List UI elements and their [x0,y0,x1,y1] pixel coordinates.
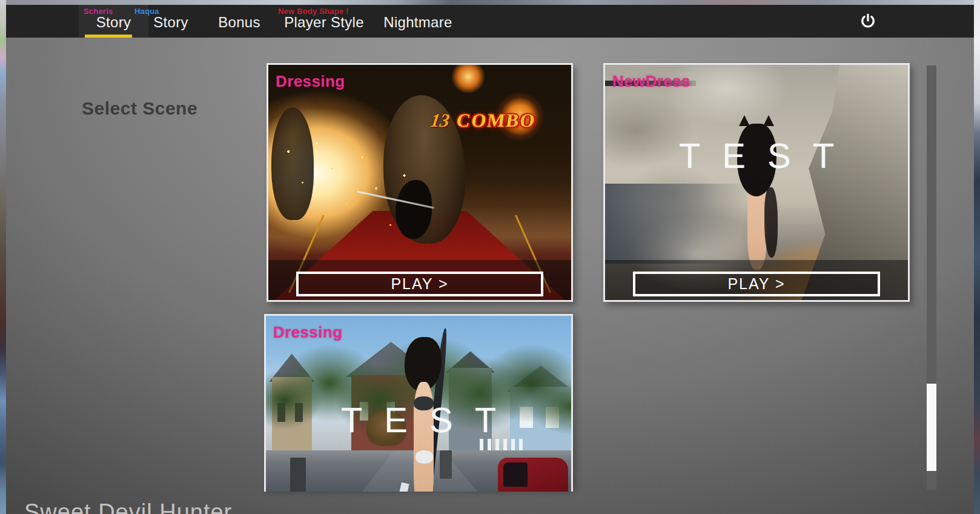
combo-count: 13 [429,110,451,132]
card-title: Dressing [273,323,342,342]
scene-card-dressing-combat[interactable]: Dressing 13 COMBO PLAY > [267,63,573,302]
hero-outfit-bottom [416,450,433,463]
lane-marking [399,482,409,492]
active-tab-underline [85,35,132,38]
tab-label: Bonus [200,14,279,31]
hero-outfit-drape [764,187,778,258]
background-edge-right [974,0,980,514]
trash-bin [440,450,452,479]
power-icon [860,13,876,29]
card-title: NewDress [612,72,690,91]
background-edge-left [0,0,6,514]
combo-badge: 13 COMBO [429,110,537,132]
tab-label: Nightmare [372,14,463,31]
page-title: Select Scene [82,98,197,119]
tab-player-style[interactable]: New Body Shape ! Player Style [273,5,376,38]
power-button[interactable] [851,5,885,38]
combo-label: COMBO [455,110,537,132]
play-button[interactable]: PLAY > [633,272,880,296]
scrollbar-track[interactable] [927,65,936,490]
nav-bar: Scheris Story Haqua Story Bonus New Body… [6,5,974,38]
card-title: Dressing [276,72,345,91]
app-window: Scheris Story Haqua Story Bonus New Body… [6,5,974,514]
scene-card-newdress[interactable]: NewDress TEST PLAY > [603,63,910,302]
trash-bin [290,458,305,492]
scrollbar-thumb[interactable] [927,384,936,471]
play-button[interactable]: PLAY > [296,272,543,296]
scene-card-dressing-street[interactable]: TEST Dressing [264,314,573,492]
footer-game-title: Sweet Devil Hunter [24,499,232,514]
red-car [498,458,568,492]
hero-silhouette [396,180,432,239]
hero-outfit [747,178,767,190]
tab-bonus[interactable]: Bonus [200,5,279,38]
game-screen: { "app": { "footer_title": "Sweet Devil … [0,0,980,514]
background-edge-top [6,0,974,5]
hero-outfit-top [414,396,434,410]
scene-image-street: TEST [266,316,571,492]
tab-label: Player Style [273,14,376,31]
test-overlay: TEST [605,135,908,176]
tab-nightmare[interactable]: Nightmare [372,5,463,38]
